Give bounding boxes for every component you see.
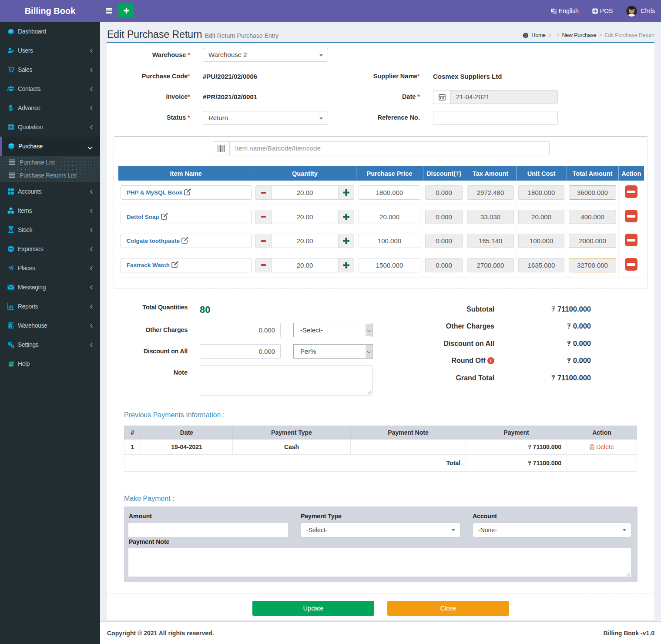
svg-text:$: $ [9,104,13,111]
svg-text:i: i [490,358,491,363]
svg-text:A: A [554,10,556,13]
